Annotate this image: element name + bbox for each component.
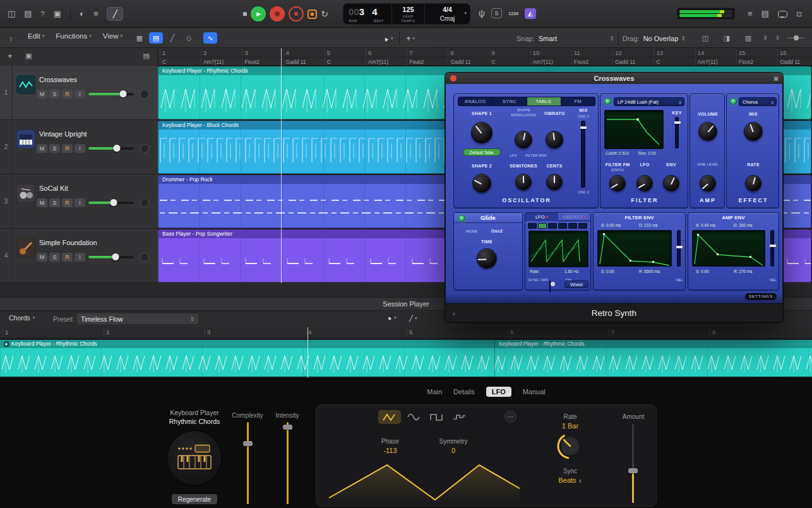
tab-analog[interactable]: ANALOG [458, 97, 493, 106]
smart-controls-icon[interactable]: ≡ [93, 8, 99, 20]
quick-help-icon[interactable]: ? [41, 8, 45, 20]
filter-env-attack[interactable]: A: 0.00 ms [601, 223, 621, 227]
tab-lfo[interactable]: LFO [525, 213, 558, 221]
input-monitor-button[interactable]: I [75, 90, 85, 99]
glide-mode-value[interactable]: Osc2 [491, 229, 503, 233]
volume-knob[interactable] [110, 199, 117, 206]
wheel-button[interactable]: Wheel [564, 281, 588, 288]
tab-manual[interactable]: Manual [523, 388, 546, 396]
default-table-button[interactable]: Default Table [463, 148, 501, 156]
capture-button[interactable] [289, 6, 304, 21]
record-enable-button[interactable]: R [62, 253, 73, 262]
flex-icon[interactable]: ∿ [203, 32, 217, 44]
ruler-chord-row[interactable]: CAm7(11)Fsus2Gadd 11CAm7(11)Fsus2Gadd 11… [158, 57, 812, 66]
tab-fm[interactable]: FM [561, 97, 595, 106]
sync-value[interactable]: Beats ⇕ [545, 476, 595, 484]
ruler[interactable]: + ▣ ▤ 12345678910111213141516 CAm7(11)Fs… [0, 48, 812, 66]
shape2-knob[interactable] [472, 174, 491, 193]
lower-ruler[interactable]: 12345678 [0, 327, 812, 339]
disclosure-icon[interactable]: › [453, 310, 455, 317]
amount-slider-handle[interactable] [628, 468, 638, 473]
stop-button[interactable]: ■ [242, 8, 247, 20]
plugin-titlebar[interactable]: Crosswaves ▣ [445, 73, 783, 84]
catch-playhead-icon[interactable]: ▥ [741, 32, 755, 44]
lfo-wave-mini-button[interactable] [568, 223, 577, 229]
drag-menu[interactable]: No Overlap⇕ [643, 35, 686, 42]
volume-knob[interactable] [119, 90, 126, 97]
glide-time-knob[interactable] [477, 248, 497, 269]
complexity-slider[interactable] [247, 422, 249, 504]
effect-power-button[interactable] [730, 98, 737, 105]
lcd-display[interactable]: 003 4 BAR BEAT 125 KEEP TEMPO 4/4 Cmaj ▾ [343, 3, 470, 25]
vibrato-knob[interactable] [546, 131, 563, 148]
regenerate-button[interactable]: Regenerate [172, 494, 217, 504]
more-options-button[interactable]: ⋯ [505, 411, 516, 423]
list-editors-icon[interactable]: ≡ [748, 8, 753, 20]
lfo-wave-mini-button[interactable] [558, 223, 567, 229]
mixer-icon[interactable]: ◫ [698, 32, 712, 44]
mute-button[interactable]: M [37, 144, 47, 153]
mute-button[interactable]: M [37, 90, 47, 99]
track-header-crosswaves[interactable]: 1 Crosswaves M S R I [0, 66, 158, 120]
volume-knob[interactable] [112, 253, 119, 260]
lcd-tempo[interactable]: 125 KEEP TEMPO [391, 4, 424, 24]
effect-type-menu[interactable]: Chorus⇕ [739, 97, 777, 106]
playhead[interactable] [281, 48, 282, 283]
chords-menu[interactable]: Chords▾ [9, 314, 35, 322]
pan-knob[interactable] [140, 198, 149, 207]
intensity-slider[interactable] [287, 422, 289, 504]
mute-button[interactable]: M [37, 253, 47, 262]
filter-env-release[interactable]: R: 8500 ms [639, 269, 660, 274]
amount-slider[interactable] [632, 424, 634, 503]
effect-mix-knob[interactable] [744, 122, 763, 141]
lfo-rate-value[interactable]: 1.80 Hz [564, 269, 578, 274]
menu-functions[interactable]: Functions▾ [56, 32, 91, 40]
filter-env-display[interactable] [597, 230, 672, 267]
lane-region-rhythmic-chords[interactable]: ▶Keyboard Player - Rhythmic Chords Keybo… [0, 340, 812, 377]
rate-knob[interactable] [556, 432, 584, 460]
square-wave-button[interactable] [427, 410, 446, 424]
toolbar-toggle-icon[interactable]: ▣ [54, 8, 61, 20]
keyboard-player-badge[interactable] [167, 430, 222, 486]
library-toggle-icon[interactable]: ◫ [8, 8, 15, 20]
record-enable-button[interactable]: R [62, 198, 73, 207]
pan-knob[interactable] [140, 144, 149, 153]
track-header-panel-icon[interactable]: ▤ [143, 52, 150, 60]
filter-fm-knob[interactable] [609, 175, 626, 191]
notes-icon[interactable]: ▤ [761, 8, 769, 20]
amp-volume-knob[interactable] [698, 122, 717, 141]
metronome-icon[interactable]: ◭ [525, 8, 536, 19]
tab-vibrato[interactable]: VIBRATO [558, 213, 591, 221]
filter-env-sustain[interactable]: S: 0.00 [601, 269, 614, 274]
menu-view[interactable]: View▾ [103, 32, 122, 40]
plugin-link-icon[interactable]: ▣ [773, 75, 779, 82]
nudge-up-icon[interactable]: ↑ [9, 33, 13, 45]
amp-env-display[interactable] [692, 230, 765, 267]
snap-menu[interactable]: Smart⇕ [539, 35, 614, 42]
menu-edit[interactable]: Edit▾ [28, 32, 44, 40]
settings-button[interactable]: SETTINGS [745, 293, 777, 300]
zoom-slider[interactable] [787, 37, 804, 39]
amp-env-sustain[interactable]: S: 0.00 [696, 269, 709, 274]
lcd-key-signature[interactable]: 4/4 Cmaj ▾ [424, 4, 470, 24]
input-monitor-button[interactable]: I [75, 253, 85, 262]
filter-display[interactable] [604, 110, 664, 149]
duplicate-track-button[interactable]: ▣ [25, 52, 32, 60]
lfo-wave-mini-button-active[interactable] [538, 223, 547, 229]
glide-power-button[interactable] [458, 215, 465, 222]
filter-env-decay[interactable]: D: 210 ms [639, 223, 658, 227]
track-name[interactable]: Vintage Upright [39, 130, 87, 138]
lfo-sync-switch[interactable] [549, 281, 551, 293]
record-enable-button[interactable]: R [62, 144, 73, 153]
lfo-wave-mini-button[interactable] [548, 223, 557, 229]
solo-badge[interactable]: S [491, 8, 502, 18]
left-click-tool[interactable]: ▲▾ [383, 35, 393, 42]
command-click-tool[interactable]: +▾ [406, 34, 415, 43]
add-track-button[interactable]: + [8, 51, 13, 61]
filter-env-knob[interactable] [663, 175, 679, 191]
filter-lfo-knob[interactable] [636, 175, 653, 191]
random-wave-button[interactable] [450, 410, 469, 424]
volume-slider[interactable] [88, 93, 134, 95]
editor-pencil-tool[interactable]: ╱▾ [409, 315, 417, 322]
amp-env-vel-slider[interactable] [770, 230, 774, 267]
